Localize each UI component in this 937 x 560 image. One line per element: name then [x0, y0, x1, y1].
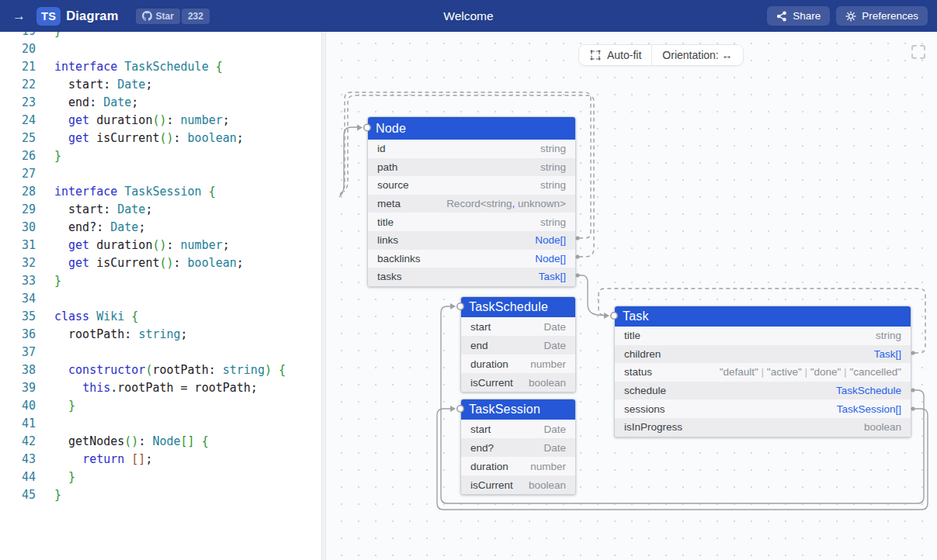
code-editor[interactable]: 19}2021interface TaskSchedule {22 start:… — [0, 32, 321, 560]
code-line[interactable]: 34 — [0, 290, 321, 308]
code-text: getNodes(): Node[] { — [54, 433, 209, 451]
property-type: TaskSchedule — [836, 385, 901, 396]
entity-row-taskschedule-start: startDate — [461, 317, 575, 336]
entity-node[interactable]: NodeidstringpathstringsourcestringmetaRe… — [367, 116, 576, 287]
logo-ts-badge: TS — [36, 7, 61, 26]
type-link[interactable]: Node[] — [535, 234, 566, 246]
code-text: get duration(): number; — [54, 112, 230, 130]
code-line[interactable]: 23 end: Date; — [0, 94, 321, 112]
code-line[interactable]: 21interface TaskSchedule { — [0, 58, 321, 76]
entity-header-tasksession[interactable]: TaskSession — [461, 399, 575, 420]
property-type: boolean — [864, 421, 901, 433]
back-arrow-icon[interactable]: → — [9, 8, 29, 24]
line-number: 31 — [0, 237, 36, 254]
source-port — [911, 388, 914, 392]
code-line[interactable]: 25 get isCurrent(): boolean; — [0, 130, 321, 147]
fullscreen-icon[interactable] — [910, 43, 927, 60]
code-line[interactable]: 33} — [0, 272, 321, 290]
property-type: string — [540, 161, 566, 173]
property-name: duration — [470, 461, 508, 472]
code-line[interactable]: 29 start: Date; — [0, 201, 321, 219]
code-text: rootPath: string; — [54, 326, 188, 344]
property-name: meta — [377, 198, 401, 209]
code-line[interactable]: 30 end?: Date; — [0, 219, 321, 237]
property-name: path — [377, 161, 397, 173]
code-line[interactable]: 37 — [0, 344, 321, 361]
share-icon — [776, 11, 787, 22]
edge-Node.tasks — [579, 275, 607, 316]
source-port — [575, 254, 579, 258]
code-line[interactable]: 40 } — [0, 397, 321, 415]
entity-header-taskschedule[interactable]: TaskSchedule — [461, 297, 575, 317]
property-name: schedule — [624, 385, 666, 396]
code-line[interactable]: 35class Wiki { — [0, 308, 321, 326]
code-line[interactable]: 43 return []; — [0, 451, 321, 468]
property-type: "default" | "active" | "done" | "cancell… — [720, 366, 901, 378]
code-line[interactable]: 38 constructor(rootPath: string) { — [0, 361, 321, 379]
property-type: Date — [543, 442, 566, 454]
entity-row-node-meta: metaRecord<string, unknown> — [368, 195, 575, 213]
diagram-canvas[interactable]: NodeidstringpathstringsourcestringmetaRe… — [326, 32, 937, 560]
entity-row-tasksession-duration: durationnumber — [461, 457, 575, 475]
code-line[interactable]: 24 get duration(): number; — [0, 112, 321, 130]
logo-text: Diagram — [66, 9, 118, 23]
entity-header-task[interactable]: Task — [615, 306, 911, 327]
line-number: 39 — [0, 379, 36, 397]
entity-row-node-backlinks: backlinksNode[] — [368, 250, 575, 268]
entity-row-node-tasks: tasksTask[] — [368, 268, 575, 286]
property-type: string — [876, 330, 901, 341]
code-line[interactable]: 45} — [0, 486, 321, 504]
line-number: 33 — [0, 272, 36, 290]
line-number: 25 — [0, 130, 36, 147]
code-line[interactable]: 41 — [0, 415, 321, 433]
property-name: end? — [470, 442, 494, 454]
code-line[interactable]: 28interface TaskSession { — [0, 183, 321, 201]
code-line[interactable]: 26} — [0, 147, 321, 165]
code-line[interactable]: 36 rootPath: string; — [0, 326, 321, 344]
orientation-label: Orientation: ↔ — [662, 49, 732, 61]
type-link[interactable]: TaskSchedule — [836, 385, 901, 396]
entity-task[interactable]: TasktitlestringchildrenTask[]status"defa… — [614, 306, 911, 437]
type-link[interactable]: TaskSession[] — [837, 403, 901, 415]
code-text: interface TaskSchedule { — [54, 58, 223, 76]
github-star-button[interactable]: Star — [136, 9, 180, 24]
code-line[interactable]: 32 get isCurrent(): boolean; — [0, 254, 321, 272]
share-button[interactable]: Share — [767, 6, 830, 26]
line-number: 30 — [0, 219, 36, 237]
code-line[interactable]: 31 get duration(): number; — [0, 237, 321, 254]
property-name: isInProgress — [624, 421, 682, 433]
auto-fit-button[interactable]: Auto-fit — [579, 45, 651, 65]
entity-row-tasksession-start: startDate — [461, 420, 575, 438]
line-number: 43 — [0, 451, 36, 468]
gear-icon — [845, 11, 856, 22]
line-number: 21 — [0, 58, 36, 76]
property-type: Date — [543, 321, 566, 333]
github-star-count[interactable]: 232 — [182, 9, 210, 24]
line-number: 32 — [0, 254, 36, 272]
code-text: get isCurrent(): boolean; — [54, 254, 244, 272]
line-number: 41 — [0, 415, 36, 433]
code-line[interactable]: 19} — [0, 32, 321, 40]
code-line[interactable]: 39 this.rootPath = rootPath; — [0, 379, 321, 397]
code-line[interactable]: 42 getNodes(): Node[] { — [0, 433, 321, 451]
entity-taskschedule[interactable]: TaskSchedulestartDateendDatedurationnumb… — [460, 296, 576, 392]
code-line[interactable]: 20 — [0, 40, 321, 58]
line-number: 29 — [0, 201, 36, 219]
line-number: 37 — [0, 344, 36, 361]
line-number: 20 — [0, 40, 36, 58]
source-port — [911, 406, 914, 410]
source-port — [575, 236, 579, 240]
line-number: 40 — [0, 397, 36, 415]
entity-tasksession[interactable]: TaskSessionstartDateend?Datedurationnumb… — [460, 399, 576, 495]
preferences-button[interactable]: Preferences — [836, 6, 928, 26]
github-star-widget[interactable]: Star 232 — [136, 9, 210, 24]
type-link[interactable]: Node[] — [535, 253, 566, 264]
type-link[interactable]: Task[] — [539, 271, 566, 282]
entity-header-node[interactable]: Node — [368, 117, 575, 140]
type-link[interactable]: Task[] — [874, 348, 901, 360]
property-name: isCurrent — [470, 377, 513, 389]
orientation-button[interactable]: Orientation: ↔ — [651, 45, 742, 65]
code-line[interactable]: 27 — [0, 165, 321, 183]
code-line[interactable]: 22 start: Date; — [0, 76, 321, 94]
code-line[interactable]: 44 } — [0, 468, 321, 486]
